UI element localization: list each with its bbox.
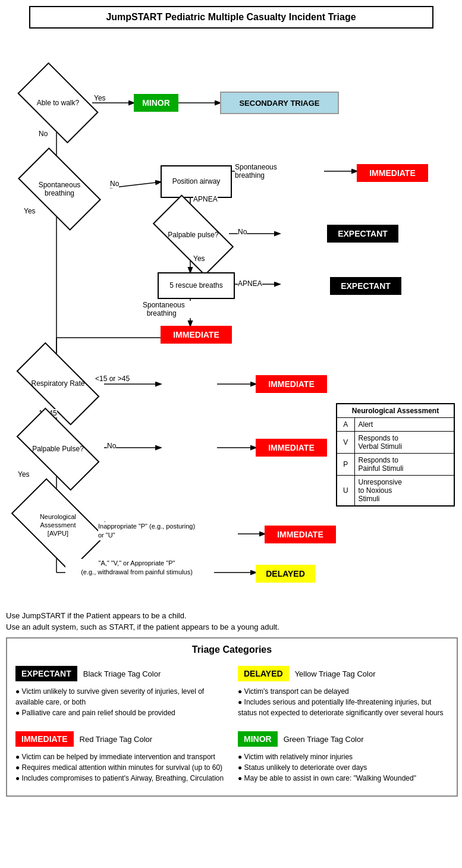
immediate-badge-3: IMMEDIATE	[256, 375, 327, 393]
label-spont-breathing1: Spontaneousbreathing	[235, 163, 294, 180]
label-inappropriate-p: Inappropriate "P" (e.g., posturing)or "U…	[98, 522, 217, 540]
triage-immediate: IMMEDIATE Red Triage Tag Color Victim ca…	[15, 728, 226, 787]
expectant-bullet-1: Victim unlikely to survive given severit…	[15, 686, 226, 707]
delayed-bullet-1: Victim's transport can be delayed	[238, 686, 448, 697]
label-yes3: Yes	[193, 254, 205, 263]
minor-category-badge: MINOR	[238, 731, 278, 747]
minor-badge: MINOR	[134, 94, 178, 112]
spontaneous-breathing-diamond: Spontaneous breathing	[24, 168, 95, 210]
expectant-category-badge: EXPECTANT	[15, 666, 77, 681]
label-yes1: Yes	[94, 94, 106, 102]
minor-bullet-3: May be able to assist in own care: "Walk…	[238, 773, 448, 784]
page-title: JumpSTART Pediatric Multiple Casualty In…	[29, 6, 433, 29]
immediate-category-badge: IMMEDIATE	[15, 731, 74, 747]
delayed-badge: DELAYED	[256, 565, 315, 583]
immediate-badge-1: IMMEDIATE	[357, 164, 428, 182]
footer-notes: Use JumpSTART if the Patient appears to …	[6, 611, 458, 631]
label-rate-low: <15 or >45	[95, 375, 130, 383]
triage-minor: MINOR Green Triage Tag Color Victim with…	[238, 728, 448, 787]
minor-bullets: Victim with relatively minor injuries St…	[238, 751, 448, 784]
label-yes2: Yes	[24, 207, 36, 215]
expectant-bullet-2: Palliative care and pain relief should b…	[15, 707, 226, 718]
immediate-bullet-3: Includes compromises to patient's Airway…	[15, 773, 226, 784]
immediate-badge-2: IMMEDIATE	[161, 326, 232, 344]
expectant-badge-row: EXPECTANT Black Triage Tag Color	[15, 666, 226, 681]
expectant-badge-1: EXPECTANT	[327, 225, 398, 243]
triage-categories-box: Triage Categories EXPECTANT Black Triage…	[6, 637, 458, 797]
label-apnea1: APNEA	[193, 195, 218, 203]
immediate-bullets: Victim can be helped by immediate interv…	[15, 751, 226, 784]
triage-grid: EXPECTANT Black Triage Tag Color Victim …	[15, 662, 448, 787]
immediate-badge-4: IMMEDIATE	[256, 439, 327, 457]
neuro-assessment-diamond: NeurologicalAssessment[AVPU]	[18, 501, 98, 549]
delayed-category-badge: DELAYED	[238, 666, 289, 681]
rescue-breaths-rect: 5 rescue breaths	[158, 272, 235, 299]
immediate-tag-label: Red Triage Tag Color	[80, 735, 153, 744]
able-to-walk-diamond: Able to walk?	[24, 82, 92, 124]
position-airway-rect: Position airway	[161, 165, 232, 198]
minor-badge-row: MINOR Green Triage Tag Color	[238, 731, 448, 747]
footer-note-1: Use JumpSTART if the Patient appears to …	[6, 611, 458, 620]
triage-delayed: DELAYED Yellow Triage Tag Color Victim's…	[238, 662, 448, 722]
minor-bullet-1: Victim with relatively minor injuries	[238, 751, 448, 762]
delayed-bullets: Victim's transport can be delayed Includ…	[238, 686, 448, 718]
label-no4: No	[107, 442, 116, 450]
label-apnea2: APNEA	[238, 279, 262, 288]
minor-bullet-2: Status unlikely to deteriorate over days	[238, 762, 448, 773]
palpable-pulse2-diamond: Palpable Pulse?	[21, 430, 95, 468]
delayed-badge-row: DELAYED Yellow Triage Tag Color	[238, 666, 448, 681]
label-appropriate-a: "A," "V," or Appropriate "P"(e.g., withd…	[65, 559, 208, 577]
triage-categories-title: Triage Categories	[15, 644, 448, 655]
delayed-tag-label: Yellow Triage Tag Color	[295, 669, 376, 678]
flowchart: Able to walk? MINOR SECONDARY TRIAGE Yes…	[6, 34, 458, 605]
neuro-assessment-table: Neurological Assessment A Alert V Respon…	[336, 403, 455, 507]
label-spont-breathing2: Spontaneous breathing	[143, 301, 202, 318]
immediate-badge-row: IMMEDIATE Red Triage Tag Color	[15, 731, 226, 747]
triage-expectant: EXPECTANT Black Triage Tag Color Victim …	[15, 662, 226, 722]
delayed-bullet-2: Includes serious and potentially life-th…	[238, 697, 448, 718]
neuro-table-title: Neurological Assessment	[337, 404, 454, 418]
respiratory-rate-diamond: Respiratory Rate	[21, 364, 95, 403]
minor-tag-label: Green Triage Tag Color	[284, 735, 364, 744]
footer-note-2: Use an adult system, such as START, if t…	[6, 622, 458, 631]
expectant-tag-label: Black Triage Tag Color	[83, 669, 161, 678]
label-yes4: Yes	[18, 470, 30, 479]
immediate-bullet-1: Victim can be helped by immediate interv…	[15, 751, 226, 762]
palpable-pulse-diamond: Palpable pulse?	[158, 216, 229, 254]
immediate-badge-5: IMMEDIATE	[265, 526, 336, 543]
expectant-bullets: Victim unlikely to survive given severit…	[15, 686, 226, 718]
immediate-bullet-2: Requires medical attention within minute…	[15, 762, 226, 773]
label-no1: No	[39, 130, 48, 138]
expectant-badge-2: EXPECTANT	[330, 277, 401, 295]
label-no2: No	[110, 180, 119, 188]
secondary-triage-badge: SECONDARY TRIAGE	[220, 92, 339, 114]
label-no3: No	[238, 228, 247, 236]
